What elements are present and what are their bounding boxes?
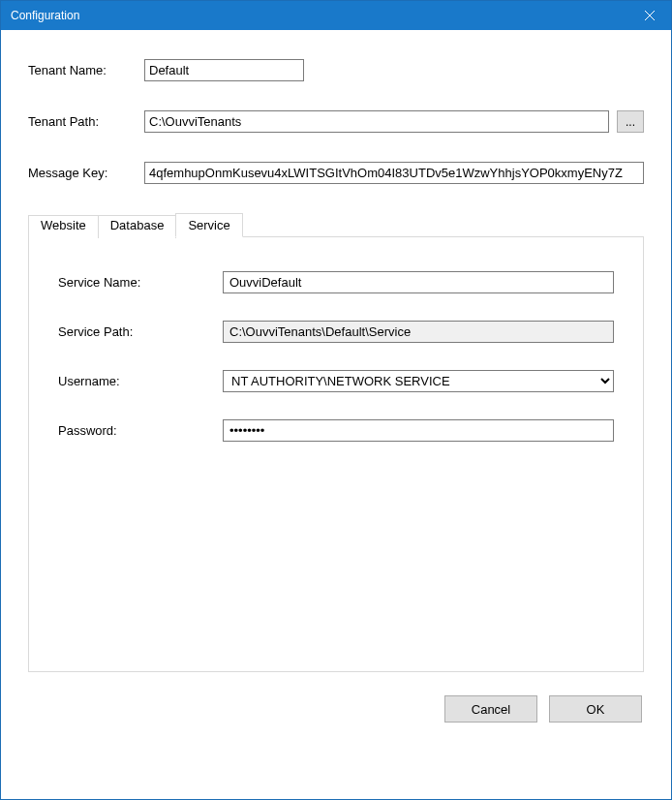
tenant-name-input[interactable]	[144, 59, 304, 81]
service-tab-panel: Service Name: Service Path: Username: NT…	[28, 236, 644, 672]
cancel-button[interactable]: Cancel	[444, 695, 537, 723]
tenant-path-label: Tenant Path:	[28, 114, 144, 129]
message-key-row: Message Key:	[28, 162, 644, 184]
username-select[interactable]: NT AUTHORITY\NETWORK SERVICE	[223, 370, 614, 392]
message-key-input[interactable]	[144, 162, 644, 184]
service-name-input[interactable]	[223, 271, 614, 293]
tab-service[interactable]: Service	[175, 213, 242, 237]
dialog-button-row: Cancel OK	[28, 695, 644, 723]
tab-strip: Website Database Service	[28, 213, 644, 236]
ok-button[interactable]: OK	[549, 695, 642, 723]
browse-button[interactable]: ...	[617, 110, 644, 133]
tenant-name-label: Tenant Name:	[28, 63, 144, 77]
tenant-path-row: Tenant Path: ...	[28, 110, 644, 133]
service-name-label: Service Name:	[58, 275, 223, 290]
tab-database[interactable]: Database	[98, 215, 177, 238]
password-row: Password:	[58, 419, 614, 442]
service-path-label: Service Path:	[58, 324, 223, 339]
titlebar: Configuration	[1, 1, 671, 30]
username-row: Username: NT AUTHORITY\NETWORK SERVICE	[58, 370, 614, 392]
service-name-row: Service Name:	[58, 271, 614, 293]
tenant-name-row: Tenant Name:	[28, 59, 644, 81]
close-button[interactable]	[627, 1, 671, 30]
window-title: Configuration	[11, 9, 79, 22]
service-path-row: Service Path:	[58, 321, 614, 343]
password-label: Password:	[58, 423, 223, 438]
message-key-label: Message Key:	[28, 166, 144, 180]
service-path-input	[223, 321, 614, 343]
tab-website[interactable]: Website	[28, 215, 99, 238]
password-input[interactable]	[223, 419, 614, 442]
tenant-path-input[interactable]	[144, 110, 609, 133]
dialog-content: Tenant Name: Tenant Path: ... Message Ke…	[1, 30, 671, 742]
username-label: Username:	[58, 374, 223, 388]
close-icon	[645, 11, 655, 20]
tabs-container: Website Database Service Service Name: S…	[28, 213, 644, 672]
